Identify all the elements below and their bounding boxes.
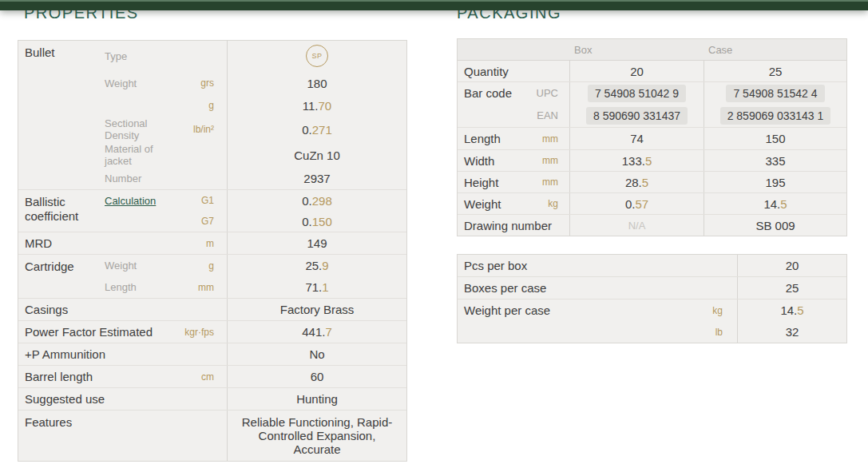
value-bullet-number: 2937 <box>227 167 406 189</box>
value-int: 0. <box>302 123 312 137</box>
property-label-cartridge: Cartridge <box>18 255 105 298</box>
value-bc-g7: 0.150 <box>227 211 406 232</box>
value-p-ammunition: No <box>227 343 406 365</box>
property-label-ballistic: Ballistic coefficient <box>18 190 105 232</box>
value-drawing-case: SB 009 <box>704 215 846 236</box>
value-weight-box: 0.57 <box>569 193 704 214</box>
upc-case-barcode-chip: 7 54908 51542 4 <box>726 85 824 102</box>
value-int: 441. <box>302 325 325 339</box>
value-pcs-per-box: 20 <box>737 255 846 276</box>
packaging-label-weight: Weight <box>464 197 501 211</box>
unit-g7: G7 <box>180 211 227 232</box>
value-quantity-case: 25 <box>704 61 846 81</box>
packaging-row-drawing-number: Drawing number N/A SB 009 <box>458 214 846 236</box>
value-width-box: 133.5 <box>569 150 704 171</box>
unit-mm: mm <box>542 133 569 145</box>
unit-g: g <box>180 255 227 276</box>
value-frac: 57 <box>635 197 648 211</box>
value-weight-case: 14.5 <box>704 193 846 214</box>
packaging-summary-table: Pcs per box 20 Boxes per case 25 Weight … <box>457 254 847 343</box>
unit-m: m <box>180 232 227 254</box>
summary-row-pcs-per-box: Pcs per box 20 <box>458 255 846 276</box>
value-int: 0. <box>625 197 636 211</box>
unit-g1: G1 <box>180 190 227 211</box>
value-features: Reliable Functioning, Rapid-Controlled E… <box>227 411 406 461</box>
product-spec-page: PROPERTIES Bullet Type SP Weight grs 180 <box>0 0 868 472</box>
property-label-casings: Casings <box>18 299 180 320</box>
property-row-casings: Casings Factory Brass <box>18 298 406 320</box>
value-frac: 70 <box>319 99 332 113</box>
value-int: 0. <box>302 215 312 228</box>
value-frac: 150 <box>312 215 332 228</box>
sub-label-upc: UPC <box>537 87 569 99</box>
value-length-box: 74 <box>569 128 704 149</box>
value-drawing-box: N/A <box>628 220 646 232</box>
value-frac: 1 <box>322 280 328 294</box>
value-frac: 271 <box>312 123 332 137</box>
value-int: 28. <box>625 176 642 189</box>
unit-mm: mm <box>180 276 227 298</box>
value-casings: Factory Brass <box>227 299 406 320</box>
summary-row-boxes-per-case: Boxes per case 25 <box>458 276 846 299</box>
sub-label-material-of-jacket: Material of jacket <box>105 143 180 167</box>
property-group-bullet: Bullet Type SP Weight grs 180 g <box>18 41 406 189</box>
property-label-features: Features <box>18 411 180 461</box>
packaging-row-length: Length mm 74 150 <box>458 127 846 149</box>
unit-kgr-fps: kgr·fps <box>163 321 227 343</box>
packaging-row-barcode-ean: EAN 8 590690 331437 2 859069 033143 1 <box>458 104 846 127</box>
sub-label-cartridge-length: Length <box>105 276 180 298</box>
unit-mm: mm <box>542 177 569 188</box>
packaging-label-barcode: Bar code <box>464 86 512 100</box>
property-row-p-ammunition: +P Ammunition No <box>18 343 406 365</box>
value-height-box: 28.5 <box>569 172 704 192</box>
summary-label-pcs-per-box: Pcs per box <box>464 259 527 272</box>
calculation-link[interactable]: Calculation <box>105 195 156 207</box>
value-length-case: 150 <box>704 128 846 149</box>
value-weight-per-case-lb: 32 <box>737 321 846 343</box>
value-quantity-box: 20 <box>569 61 704 81</box>
properties-table: Bullet Type SP Weight grs 180 g <box>18 40 407 462</box>
summary-row-weight-per-case-lb: lb 32 <box>458 321 846 343</box>
ean-box-barcode-chip: 8 590690 331437 <box>586 107 688 125</box>
property-label-suggested-use: Suggested use <box>18 388 180 410</box>
value-int: 71. <box>305 280 322 294</box>
value-frac: 5 <box>642 176 648 189</box>
summary-label-boxes-per-case: Boxes per case <box>464 281 546 295</box>
packaging-row-quantity: Quantity 20 25 <box>458 61 846 81</box>
packaging-row-width: Width mm 133.5 335 <box>458 149 846 171</box>
unit-lb: lb <box>715 327 737 338</box>
unit-grs: grs <box>180 71 227 95</box>
value-frac: 7 <box>325 325 331 339</box>
top-navigation-bar <box>0 0 868 10</box>
property-label-mrd: MRD <box>18 232 180 254</box>
value-width-case: 335 <box>704 150 846 171</box>
property-group-cartridge: Cartridge Weight g 25.9 Length mm 71.1 <box>18 254 406 298</box>
packaging-label-width: Width <box>464 154 494 168</box>
value-int: 0. <box>302 194 312 208</box>
packaging-table-header: Box Case <box>458 39 846 61</box>
summary-row-weight-per-case-kg: Weight per case kg 14.5 <box>458 299 846 321</box>
value-height-case: 195 <box>704 172 846 192</box>
value-bullet-type: SP <box>227 41 406 71</box>
value-suggested-use: Hunting <box>227 388 406 410</box>
column-header-case: Case <box>704 44 846 56</box>
value-barrel-length: 60 <box>227 366 406 387</box>
sub-label-ean: EAN <box>537 109 569 121</box>
value-int: 25. <box>305 259 322 272</box>
value-frac: 298 <box>312 194 332 208</box>
property-label-p-ammunition: +P Ammunition <box>18 343 180 365</box>
column-header-box: Box <box>569 44 704 56</box>
value-frac: 5 <box>797 303 803 317</box>
property-row-suggested-use: Suggested use Hunting <box>18 387 406 410</box>
value-int: 133. <box>622 154 645 168</box>
sub-label-cartridge-weight: Weight <box>105 255 180 276</box>
value-int: 11. <box>303 99 319 113</box>
value-cartridge-length: 71.1 <box>227 276 406 298</box>
unit-kg: kg <box>548 198 569 209</box>
value-int: 14. <box>763 197 780 211</box>
value-bullet-weight-grs: 180 <box>227 71 406 95</box>
value-mrd: 149 <box>227 232 406 254</box>
sub-label-number: Number <box>105 167 180 189</box>
value-boxes-per-case: 25 <box>737 277 846 299</box>
property-label-barrel-length: Barrel length <box>18 366 180 387</box>
